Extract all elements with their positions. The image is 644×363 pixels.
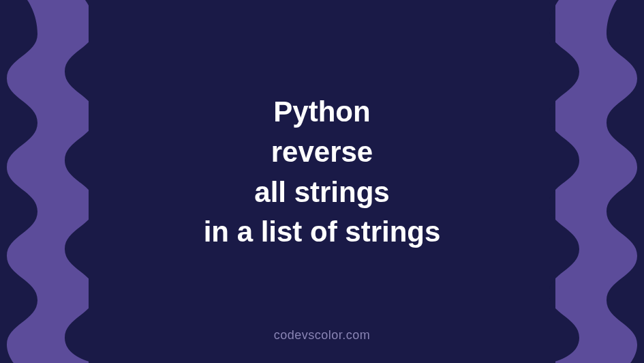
title-line-4: in a list of strings bbox=[118, 212, 527, 252]
title-text: Python reverse all strings in a list of … bbox=[118, 92, 527, 252]
title-line-3: all strings bbox=[118, 173, 527, 213]
watermark-text: codevscolor.com bbox=[274, 328, 371, 343]
title-line-1: Python bbox=[118, 92, 527, 132]
decorative-blob-right bbox=[508, 0, 644, 363]
title-line-2: reverse bbox=[118, 132, 527, 173]
